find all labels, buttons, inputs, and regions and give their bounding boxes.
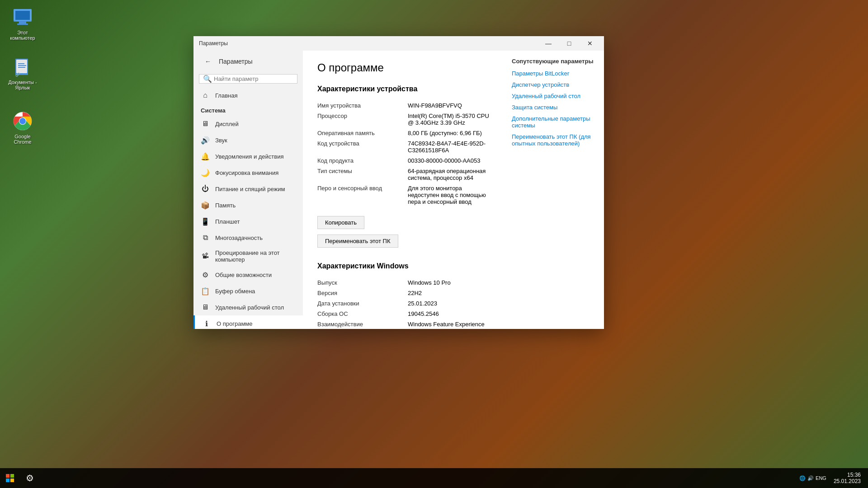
table-row: Дата установки 25.01.2023: [317, 298, 490, 309]
rename-pc-button[interactable]: Переименовать этот ПК: [317, 235, 398, 248]
related-link-bitlocker[interactable]: Параметры BitLocker: [512, 70, 597, 77]
table-row: Тип системы 64-разрядная операционная си…: [317, 166, 490, 183]
svg-rect-19: [10, 479, 14, 482]
table-row: Код устройства 74C89342-B4A7-4E4E-952D-C…: [317, 138, 490, 155]
focus-label: Фокусировка внимания: [215, 169, 278, 176]
memory-label: Память: [215, 202, 236, 209]
field-label: Имя устройства: [317, 102, 408, 109]
field-label: Процессор: [317, 113, 408, 126]
related-link-remote-desktop[interactable]: Удаленный рабочий стол: [512, 93, 597, 99]
sidebar-title: Параметры: [219, 58, 253, 65]
field-value: 25.01.2023: [408, 300, 490, 307]
related-link-rename-advanced[interactable]: Переименовать этот ПК (для опытных польз…: [512, 133, 597, 147]
sidebar-item-display[interactable]: 🖥 Дисплей: [193, 116, 303, 132]
power-icon: ⏻: [201, 184, 210, 193]
maximize-button[interactable]: □: [559, 36, 580, 51]
table-row: Имя устройства WIN-F98A9BFVFVQ: [317, 100, 490, 111]
svg-text:🔗: 🔗: [15, 72, 20, 77]
table-row: Перо и сенсорный ввод Для этого монитора…: [317, 183, 490, 207]
window-title: Параметры: [197, 40, 538, 47]
field-label: Дата установки: [317, 300, 408, 307]
field-value: 19045.2546: [408, 310, 490, 317]
desktop-icon-my-computer[interactable]: Этот компьютер: [5, 5, 41, 42]
clipboard-label: Буфер обмена: [215, 288, 255, 295]
my-computer-label: Этот компьютер: [6, 30, 39, 41]
sidebar-item-tablet[interactable]: 📱 Планшет: [193, 213, 303, 230]
field-value: Windows Feature Experience Pack 120.2212…: [408, 321, 490, 329]
related-panel: Сопутствующие параметры Параметры BitLoc…: [505, 51, 604, 329]
svg-rect-16: [6, 474, 9, 478]
svg-rect-9: [18, 65, 26, 66]
sidebar-item-home[interactable]: ⌂ Главная: [193, 87, 303, 103]
field-value: 8,00 ГБ (доступно: 6,96 ГБ): [408, 130, 490, 136]
page-title: О программе: [317, 61, 490, 74]
field-value: 64-разрядная операционная система, проце…: [408, 168, 490, 181]
sidebar-item-sound[interactable]: 🔊 Звук: [193, 132, 303, 148]
search-input[interactable]: [214, 75, 293, 82]
taskbar-settings-button[interactable]: ⚙: [20, 468, 40, 488]
start-button[interactable]: [0, 468, 20, 488]
documents-icon: 🔗: [12, 56, 33, 78]
settings-window: Параметры — □ ✕ ← Параметры 🔍 ⌂: [193, 36, 604, 329]
related-link-advanced-system[interactable]: Дополнительные параметры системы: [512, 115, 597, 129]
field-value: 74C89342-B4A7-4E4E-952D-C32661518F6A: [408, 140, 490, 154]
sidebar-header: ← Параметры: [193, 51, 303, 72]
svg-rect-17: [10, 474, 14, 478]
minimize-button[interactable]: —: [538, 36, 559, 51]
svg-rect-8: [18, 63, 24, 64]
field-value: Для этого монитора недоступен ввод с пом…: [408, 185, 490, 205]
about-icon: ℹ: [202, 319, 211, 328]
documents-label: Документы - Ярлык: [6, 80, 39, 90]
network-icon: 🌐: [799, 475, 806, 481]
svg-rect-7: [16, 60, 27, 73]
field-label: Версия: [317, 290, 408, 296]
table-row: Версия 22H2: [317, 288, 490, 298]
svg-rect-3: [19, 22, 26, 23]
sidebar-item-about[interactable]: ℹ О программе: [193, 315, 303, 329]
related-link-device-manager[interactable]: Диспетчер устройств: [512, 81, 597, 88]
field-value: 00330-80000-00000-AA053: [408, 157, 490, 164]
multitask-icon: ⧉: [201, 233, 210, 242]
taskbar-clock[interactable]: 15:36 25.01.2023: [830, 472, 864, 484]
sidebar-item-power[interactable]: ⏻ Питание и спящий режим: [193, 181, 303, 197]
related-link-system-protection[interactable]: Защита системы: [512, 104, 597, 111]
svg-rect-10: [18, 67, 25, 68]
sidebar-item-clipboard[interactable]: 📋 Буфер обмена: [193, 283, 303, 299]
field-label: Взаимодействие: [317, 321, 408, 329]
window-controls: — □ ✕: [538, 36, 600, 51]
title-bar: Параметры — □ ✕: [193, 36, 604, 51]
sidebar-item-remote[interactable]: 🖥 Удаленный рабочий стол: [193, 299, 303, 315]
sound-label: Звук: [215, 137, 227, 144]
clock-date: 25.01.2023: [834, 478, 861, 484]
sidebar-item-notifications[interactable]: 🔔 Уведомления и действия: [193, 148, 303, 164]
sidebar-item-multitask[interactable]: ⧉ Многозадачность: [193, 230, 303, 246]
related-title: Сопутствующие параметры: [512, 58, 597, 65]
sidebar-item-accessibility[interactable]: ⚙ Общие возможности: [193, 267, 303, 283]
sidebar-item-memory[interactable]: 📦 Память: [193, 197, 303, 213]
field-value: Intel(R) Core(TM) i5-3570 CPU @ 3.40GHz …: [408, 113, 490, 126]
svg-point-15: [19, 118, 26, 124]
about-label: О программе: [217, 320, 253, 327]
svg-rect-2: [15, 11, 30, 20]
copy-device-button[interactable]: Копировать: [317, 216, 364, 229]
desktop-icon-chrome[interactable]: Google Chrome: [5, 108, 41, 146]
svg-rect-4: [17, 23, 28, 25]
sidebar: ← Параметры 🔍 ⌂ Главная Система 🖥 Диспле…: [193, 51, 303, 329]
search-box[interactable]: 🔍: [199, 74, 297, 84]
sidebar-item-focus[interactable]: 🌙 Фокусировка внимания: [193, 164, 303, 181]
accessibility-label: Общие возможности: [215, 272, 272, 278]
home-icon: ⌂: [201, 91, 210, 100]
my-computer-icon: [12, 6, 33, 28]
table-row: Код продукта 00330-80000-00000-AA053: [317, 155, 490, 166]
field-label: Сборка ОС: [317, 310, 408, 317]
chrome-label: Google Chrome: [6, 134, 39, 145]
notifications-label: Уведомления и действия: [215, 153, 284, 160]
desktop-icon-documents[interactable]: 🔗 Документы - Ярлык: [5, 54, 41, 92]
sidebar-item-projecting[interactable]: 📽 Проецирование на этот компьютер: [193, 246, 303, 267]
field-label: Код продукта: [317, 157, 408, 164]
field-label: Выпуск: [317, 279, 408, 286]
focus-icon: 🌙: [201, 168, 210, 177]
back-button[interactable]: ←: [201, 54, 215, 69]
close-button[interactable]: ✕: [580, 36, 600, 51]
field-label: Оперативная память: [317, 130, 408, 136]
